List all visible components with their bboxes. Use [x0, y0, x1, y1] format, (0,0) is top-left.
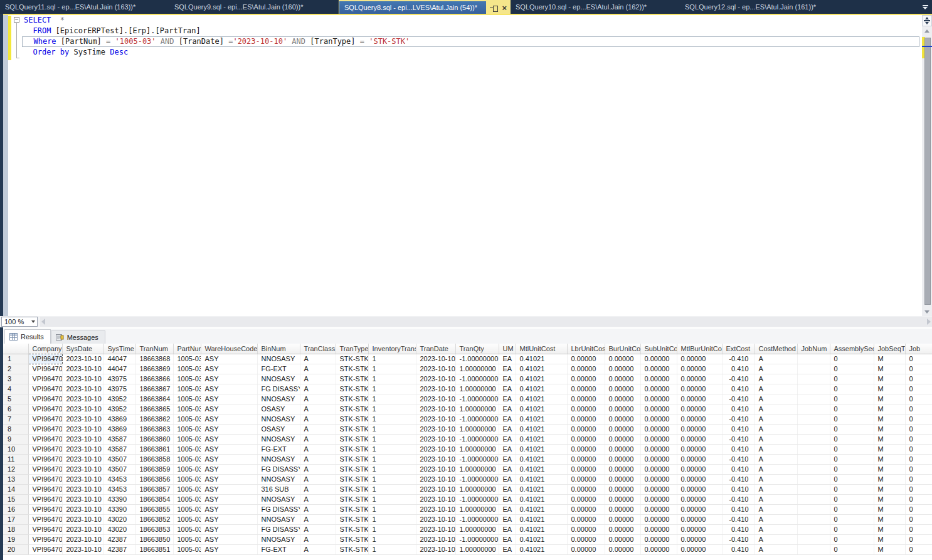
grid-cell[interactable]: VPI96470 — [28, 384, 62, 394]
grid-cell[interactable]: -1.00000000 — [455, 414, 499, 424]
grid-cell[interactable]: 2023-10-10 — [416, 464, 455, 474]
document-tab[interactable]: SQLQuery11.sql - ep...ES\Atul.Jain (163)… — [0, 0, 169, 14]
grid-cell[interactable]: 42387 — [103, 534, 135, 544]
grid-cell[interactable]: 1 — [368, 354, 416, 364]
grid-cell[interactable]: 0.00000 — [640, 364, 677, 374]
grid-cell[interactable]: 2023-10-10 — [416, 394, 455, 404]
grid-cell[interactable]: A — [755, 444, 797, 454]
grid-cell[interactable]: EA — [499, 474, 516, 484]
grid-cell[interactable]: 0 — [905, 364, 932, 374]
grid-cell[interactable]: 1005-03 — [173, 354, 201, 364]
grid-cell[interactable]: ASY — [201, 514, 257, 524]
grid-cell[interactable]: 0.00000 — [640, 404, 677, 414]
grid-cell[interactable]: 0.41021 — [516, 414, 567, 424]
grid-cell[interactable]: 18663865 — [135, 404, 173, 414]
grid-cell[interactable]: ASY — [201, 534, 257, 544]
grid-cell[interactable]: M — [874, 404, 905, 414]
grid-cell[interactable]: 43869 — [103, 424, 135, 434]
grid-cell[interactable]: VPI96470 — [28, 484, 62, 494]
grid-cell[interactable]: STK-STK — [336, 444, 368, 454]
grid-cell[interactable]: 1005-03 — [173, 474, 201, 484]
zoom-level-combobox[interactable]: 100 % — [1, 317, 38, 327]
grid-corner-header[interactable] — [3, 344, 28, 354]
grid-cell[interactable]: 1005-03 — [173, 444, 201, 454]
grid-cell[interactable]: 2023-10-10 — [62, 354, 103, 364]
grid-cell[interactable]: 1 — [368, 534, 416, 544]
grid-cell[interactable]: 1 — [368, 484, 416, 494]
grid-cell[interactable]: 0.00000 — [677, 474, 722, 484]
row-header[interactable]: 9 — [3, 434, 28, 444]
grid-cell[interactable]: 0.41021 — [516, 524, 567, 534]
grid-cell[interactable]: STK-STK — [336, 494, 368, 504]
grid-cell[interactable]: 0.00000 — [605, 464, 640, 474]
grid-cell[interactable]: A — [300, 374, 336, 384]
grid-cell[interactable]: A — [300, 444, 336, 454]
grid-cell[interactable]: 0 — [905, 544, 932, 554]
grid-cell[interactable]: 1005-03 — [173, 464, 201, 474]
grid-cell[interactable]: M — [874, 544, 905, 554]
grid-cell[interactable]: EA — [499, 464, 516, 474]
grid-cell[interactable]: STK-STK — [336, 484, 368, 494]
grid-cell[interactable]: 1.00000000 — [455, 524, 499, 534]
grid-cell[interactable]: VPI96470 — [28, 434, 62, 444]
grid-cell[interactable]: 0.00000 — [605, 414, 640, 424]
grid-cell[interactable]: 1 — [368, 494, 416, 504]
grid-cell[interactable]: A — [300, 544, 336, 554]
grid-cell[interactable]: 2023-10-10 — [62, 494, 103, 504]
grid-cell[interactable]: STK-STK — [336, 384, 368, 394]
grid-cell[interactable]: 0 — [830, 504, 874, 514]
grid-cell[interactable]: -0.410 — [722, 514, 755, 524]
grid-cell[interactable]: A — [300, 504, 336, 514]
grid-cell[interactable]: 0.00000 — [567, 514, 605, 524]
grid-cell[interactable]: 1005-03 — [173, 494, 201, 504]
grid-cell[interactable]: A — [755, 544, 797, 554]
grid-cell[interactable]: M — [874, 514, 905, 524]
grid-cell[interactable]: 2023-10-10 — [62, 464, 103, 474]
column-header[interactable]: TranNum — [135, 344, 173, 354]
grid-cell[interactable]: 0.00000 — [605, 404, 640, 414]
grid-cell[interactable]: 1005-03 — [173, 524, 201, 534]
grid-cell[interactable]: 0 — [830, 494, 874, 504]
column-header[interactable]: MtlUnitCost — [516, 344, 567, 354]
grid-cell[interactable]: 2023-10-10 — [416, 454, 455, 464]
grid-cell[interactable]: 0.00000 — [677, 494, 722, 504]
grid-cell[interactable]: STK-STK — [336, 514, 368, 524]
grid-cell[interactable]: 1.00000000 — [455, 464, 499, 474]
grid-cell[interactable]: 0.00000 — [640, 374, 677, 384]
grid-cell[interactable]: 0.410 — [722, 384, 755, 394]
grid-cell[interactable]: 1005-03 — [173, 454, 201, 464]
grid-cell[interactable]: 0.00000 — [677, 434, 722, 444]
row-header[interactable]: 15 — [3, 494, 28, 504]
grid-cell[interactable]: -1.00000000 — [455, 434, 499, 444]
grid-cell[interactable]: -0.410 — [722, 454, 755, 464]
grid-cell[interactable]: 0.00000 — [605, 364, 640, 374]
grid-cell[interactable]: 18663867 — [135, 384, 173, 394]
grid-cell[interactable]: 0 — [830, 394, 874, 404]
grid-cell[interactable]: 43453 — [103, 484, 135, 494]
scroll-left-icon[interactable] — [41, 319, 45, 325]
grid-cell[interactable] — [797, 404, 830, 414]
grid-cell[interactable]: A — [300, 434, 336, 444]
grid-cell[interactable]: EA — [499, 534, 516, 544]
grid-cell[interactable]: 2023-10-10 — [416, 414, 455, 424]
grid-cell[interactable]: 2023-10-10 — [62, 484, 103, 494]
grid-cell[interactable]: A — [300, 404, 336, 414]
grid-cell[interactable]: 18663866 — [135, 374, 173, 384]
row-header[interactable]: 10 — [3, 444, 28, 454]
grid-cell[interactable] — [797, 494, 830, 504]
grid-cell[interactable]: 18663861 — [135, 444, 173, 454]
grid-cell[interactable]: 44047 — [103, 364, 135, 374]
grid-cell[interactable]: 1 — [368, 454, 416, 464]
row-header[interactable]: 13 — [3, 474, 28, 484]
grid-cell[interactable]: 0 — [830, 434, 874, 444]
column-header[interactable]: Company — [28, 344, 62, 354]
grid-cell[interactable]: FG-EXT — [257, 364, 300, 374]
row-header[interactable]: 6 — [3, 404, 28, 414]
grid-cell[interactable]: M — [874, 454, 905, 464]
grid-cell[interactable]: A — [300, 494, 336, 504]
grid-cell[interactable]: ASY — [201, 524, 257, 534]
grid-cell[interactable]: 2023-10-10 — [416, 374, 455, 384]
grid-cell[interactable]: 1 — [368, 364, 416, 374]
grid-cell[interactable]: EA — [499, 524, 516, 534]
grid-cell[interactable]: 18663857 — [135, 484, 173, 494]
